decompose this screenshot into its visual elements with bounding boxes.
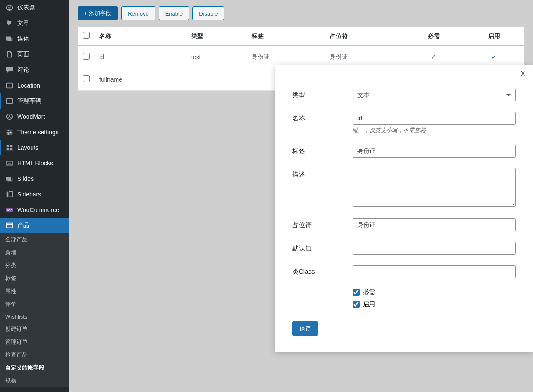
col-placeholder: 占位符: [325, 27, 404, 46]
select-all-checkbox[interactable]: [83, 32, 90, 39]
svg-point-5: [8, 133, 9, 135]
dashboard-icon: [5, 3, 14, 12]
sidebar-sub-tags[interactable]: 标签: [0, 272, 69, 285]
label-type: 类型: [292, 89, 353, 99]
svg-text:</>: </>: [8, 162, 11, 165]
sidebar-item-woodmart[interactable]: WoodMart: [0, 109, 69, 124]
enabled-check-row[interactable]: 启用: [353, 300, 516, 308]
col-required: 必需: [404, 27, 464, 46]
col-type: 类型: [187, 27, 247, 46]
name-hint: 唯一，仅英文小写，不带空格: [353, 126, 516, 134]
svg-rect-12: [7, 223, 13, 228]
close-button[interactable]: X: [520, 70, 525, 78]
sidebar-label: 产品: [17, 221, 29, 229]
sidebar-label: WooCommerce: [17, 206, 59, 213]
sidebar-label: Slides: [17, 175, 34, 182]
disable-button[interactable]: Disable: [192, 6, 224, 20]
check-icon: ✓: [431, 53, 436, 60]
svg-text:woo: woo: [6, 209, 13, 212]
toolbar: + 添加字段 Remove Enable Disable: [69, 0, 533, 27]
label-placeholder: 占位符: [292, 218, 353, 229]
class-input[interactable]: [353, 265, 516, 278]
sidebar-item-comments[interactable]: 评论: [0, 62, 69, 78]
svg-rect-9: [9, 192, 12, 197]
woodmart-icon: [5, 112, 14, 121]
sidebar-item-layouts[interactable]: Layouts: [0, 140, 69, 155]
svg-rect-0: [7, 83, 13, 88]
description-textarea[interactable]: [353, 168, 516, 207]
col-name: 名称: [95, 27, 187, 46]
sidebar-sub-categories[interactable]: 分类: [0, 259, 69, 272]
type-select[interactable]: 文本: [353, 89, 516, 101]
svg-rect-8: [7, 192, 9, 197]
required-label: 必需: [363, 288, 375, 296]
sidebar-item-media[interactable]: 媒体: [0, 31, 69, 47]
required-checkbox[interactable]: [353, 289, 360, 296]
field-edit-modal: X 类型 文本 名称 唯一，仅英文小写，不带空格 标签 描述: [275, 65, 533, 352]
add-field-button[interactable]: + 添加字段: [78, 6, 118, 20]
cell-name: fullname: [95, 68, 187, 91]
sidebar-label: 仪表盘: [17, 4, 35, 12]
svg-rect-1: [7, 99, 13, 104]
sidebar-item-woocommerce[interactable]: woo WooCommerce: [0, 202, 69, 218]
label-name: 名称: [292, 112, 353, 123]
pin-icon: [5, 19, 14, 28]
enabled-checkbox[interactable]: [353, 301, 360, 308]
sidebar-item-html-blocks[interactable]: </> HTML Blocks: [0, 155, 69, 171]
cell-name: id: [95, 46, 187, 68]
sidebar-label: Theme settings: [17, 129, 59, 136]
sidebar-item-theme-settings[interactable]: Theme settings: [0, 124, 69, 140]
sidebar-submenu: 全部产品 新增 分类 标签 属性 评价 Wishlists 创建订单 管理订单 …: [0, 233, 69, 387]
sidebar-sub-create-order[interactable]: 创建订单: [0, 322, 69, 335]
sidebar-item-dashboard[interactable]: 仪表盘: [0, 0, 69, 16]
sidebar-label: Sidebars: [17, 191, 41, 198]
media-icon: [5, 35, 14, 43]
sidebar-sub-manage-orders[interactable]: 管理订单: [0, 335, 69, 348]
layouts-icon: [5, 143, 14, 152]
required-check-row[interactable]: 必需: [353, 288, 516, 296]
sidebar-item-slides[interactable]: Slides: [0, 171, 69, 187]
sidebar-item-posts[interactable]: 文章: [0, 16, 69, 31]
label-description: 描述: [292, 168, 353, 179]
admin-sidebar: 仪表盘 文章 媒体 页面 评论 Location 管理车辆 WoodMart T…: [0, 0, 69, 392]
default-input[interactable]: [353, 242, 516, 255]
sidebar-sub-all-products[interactable]: 全部产品: [0, 233, 69, 246]
sidebar-sub-wishlists[interactable]: Wishlists: [0, 311, 69, 322]
woo-icon: woo: [5, 205, 14, 214]
sidebar-label: 媒体: [17, 35, 29, 43]
location-icon: [5, 81, 14, 90]
placeholder-input[interactable]: [353, 218, 516, 231]
save-button[interactable]: 保存: [292, 321, 318, 336]
remove-button[interactable]: Remove: [121, 6, 155, 20]
svg-point-4: [10, 131, 12, 133]
sidebar-sub-custom-checkout[interactable]: 自定义结帐字段: [0, 361, 69, 374]
sidebar-item-sidebars[interactable]: Sidebars: [0, 187, 69, 202]
product-icon: [5, 221, 14, 230]
slides-icon: [5, 174, 14, 183]
row-checkbox[interactable]: [83, 75, 90, 82]
sidebar-sub-specs[interactable]: 规格: [0, 374, 69, 387]
sidebar-sub-attributes[interactable]: 属性: [0, 285, 69, 298]
sidebar-sub-new[interactable]: 新增: [0, 246, 69, 259]
sidebar-label: 评论: [17, 66, 29, 74]
sidebar-label: 管理车辆: [17, 97, 41, 105]
check-icon: ✓: [491, 53, 497, 60]
sidebar-item-pages[interactable]: 页面: [0, 47, 69, 62]
sidebar-label: HTML Blocks: [17, 160, 53, 167]
label-input[interactable]: [353, 145, 516, 158]
sidebar-item-location[interactable]: Location: [0, 78, 69, 93]
sidebars-icon: [5, 190, 14, 199]
html-icon: </>: [5, 159, 14, 168]
col-label: 标签: [247, 27, 325, 46]
sidebar-sub-reviews[interactable]: 评价: [0, 298, 69, 311]
sidebar-sub-check-product[interactable]: 检查产品: [0, 348, 69, 361]
page-icon: [5, 50, 14, 59]
row-checkbox[interactable]: [83, 53, 90, 60]
enable-button[interactable]: Enable: [159, 6, 189, 20]
car-icon: [5, 97, 14, 105]
name-input[interactable]: [353, 112, 516, 125]
sidebar-label: 文章: [17, 19, 29, 27]
sidebar-item-vehicles[interactable]: 管理车辆: [0, 93, 69, 109]
sidebar-item-products[interactable]: 产品: [0, 218, 69, 233]
svg-point-3: [8, 130, 9, 131]
